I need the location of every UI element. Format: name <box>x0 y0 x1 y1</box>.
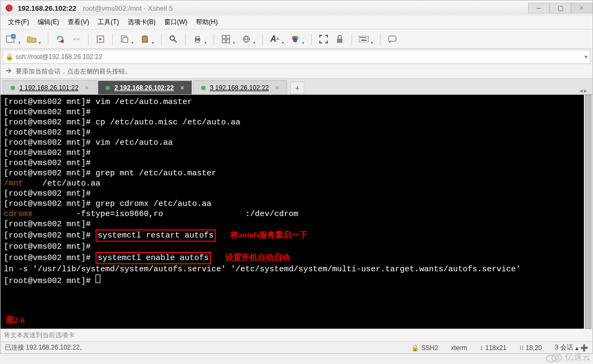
toolbar-separator <box>88 33 89 45</box>
svg-point-25 <box>293 38 297 42</box>
address-dropdown-icon[interactable]: ▾ <box>584 53 588 61</box>
svg-point-0 <box>6 5 12 11</box>
menu-tools[interactable]: 工具(T) <box>94 16 122 28</box>
help-icon[interactable] <box>386 33 399 46</box>
colors-icon[interactable]: ▼ <box>289 33 302 46</box>
menu-tabs[interactable]: 选项卡(B) <box>125 16 159 28</box>
tab-close-icon[interactable]: × <box>275 84 279 92</box>
prompt: [root@vms002 mnt]# <box>4 220 96 229</box>
annotation: 设置开机自动启动 <box>225 253 290 262</box>
input-bar[interactable]: 将文本发送到当前选项卡 <box>1 329 592 341</box>
status-cursor-text: 18,20 <box>526 344 542 352</box>
status-size-text: 118x21 <box>485 344 506 352</box>
svg-rect-19 <box>226 40 230 43</box>
toolbar-separator <box>48 33 48 45</box>
svg-rect-30 <box>363 37 364 38</box>
close-button[interactable]: ✕ <box>571 3 592 13</box>
title-ip: 192.168.26.102:22 <box>18 4 76 12</box>
status-size: ↕ 118x21 <box>480 344 506 352</box>
status-bar: 已连接 192.168.26.102:22。 🔒 SSH2 xterm ↕ 11… <box>1 341 592 353</box>
tab-3[interactable]: 3 192.168.26.102:22 × <box>193 80 287 94</box>
tab-1[interactable]: 1 192.168.26.101:22 × <box>3 80 97 94</box>
svg-rect-10 <box>143 35 147 37</box>
toolbar-separator <box>185 33 186 45</box>
terminal-scrollbar[interactable] <box>584 95 592 329</box>
prompt: [root@vms002 mnt]# <box>4 242 96 251</box>
new-session-icon[interactable]: +▼ <box>5 33 18 46</box>
minimize-button[interactable]: ─ <box>528 3 550 13</box>
terminal[interactable]: [root@vms002 mnt]# vim /etc/auto.master … <box>1 95 592 329</box>
svg-rect-33 <box>389 36 396 41</box>
status-protocol: 🔒 SSH2 <box>411 344 438 352</box>
svg-rect-16 <box>222 35 225 39</box>
search-icon[interactable] <box>167 33 180 46</box>
address-bar[interactable]: 🔒 ssh://root@192.168.26.102:22 ▾ <box>3 50 590 64</box>
menu-window[interactable]: 窗口(W) <box>161 16 191 28</box>
prompt: [root@vms002 mnt]# <box>4 118 96 127</box>
layout-icon[interactable]: ▼ <box>219 33 232 46</box>
prompt: [root@vms002 mnt]# <box>4 199 96 209</box>
watermark: 亿速云 <box>545 350 591 364</box>
menu-file[interactable]: 文件(F) <box>5 16 32 28</box>
fullscreen-icon[interactable] <box>317 33 330 46</box>
svg-point-35 <box>552 354 561 361</box>
menubar: 文件(F) 编辑(E) 查看(V) 工具(T) 选项卡(B) 窗口(W) 帮助(… <box>1 16 592 29</box>
status-dot-icon <box>11 86 15 90</box>
status-dot-icon <box>106 86 110 90</box>
lock-small-icon: 🔒 <box>5 53 13 61</box>
print-icon[interactable]: ▼ <box>191 33 204 46</box>
cursor <box>96 274 100 283</box>
hint-arrow-icon[interactable] <box>5 67 12 76</box>
window-buttons: ─ ▢ ✕ <box>528 3 592 13</box>
tab-close-icon[interactable]: × <box>85 84 89 92</box>
lock-icon[interactable] <box>333 33 346 46</box>
tab-prev-icon[interactable]: ◂ <box>580 87 583 94</box>
toolbar-separator <box>262 33 263 45</box>
toolbar-separator <box>311 33 312 45</box>
tab-2[interactable]: 2 192.168.26.102:22 × <box>98 80 192 94</box>
svg-point-36 <box>555 356 559 359</box>
input-placeholder: 将文本发送到当前选项卡 <box>4 331 75 340</box>
watermark-text: 亿速云 <box>565 352 591 363</box>
menu-view[interactable]: 查看(V) <box>64 16 92 28</box>
prompt: [root@vms002 mnt]# <box>4 254 96 263</box>
disconnect-icon[interactable] <box>70 33 83 46</box>
cmd: grep mnt /etc/auto.master <box>96 169 216 178</box>
title-subtitle: root@vms002:/mnt - Xshell 5 <box>83 4 528 12</box>
tab-close-icon[interactable]: × <box>180 84 184 92</box>
output: -fstype=iso9660,ro :/dev/cdrom <box>33 210 298 219</box>
reconnect-icon[interactable] <box>54 33 67 46</box>
keyboard-icon[interactable]: ▼ <box>357 33 370 46</box>
tab-label: 2 192.168.26.102:22 <box>114 84 174 92</box>
paste-icon[interactable]: ▼ <box>138 33 151 46</box>
cmd: cp /etc/auto.misc /etc/auto.aa <box>96 118 240 127</box>
scrollbar-thumb[interactable] <box>585 95 591 329</box>
menu-help[interactable]: 帮助(H) <box>193 16 221 28</box>
annotation: 将autofs服务重启一下 <box>230 231 308 239</box>
toolbar-separator <box>352 33 352 45</box>
globe-icon[interactable]: ▼ <box>240 33 253 46</box>
app-icon <box>5 4 13 12</box>
tab-next-icon[interactable]: ▸ <box>584 87 587 94</box>
svg-rect-26 <box>337 39 342 43</box>
font-icon[interactable]: AA▼ <box>268 33 281 46</box>
svg-rect-28 <box>360 37 361 38</box>
svg-point-11 <box>170 36 174 40</box>
status-connection: 已连接 192.168.26.102:22。 <box>5 343 86 352</box>
svg-rect-9 <box>142 36 148 42</box>
cloud-icon <box>545 351 563 363</box>
prompt: [root@vms002 mnt]# <box>4 159 96 168</box>
open-session-icon[interactable]: ▼ <box>25 33 38 46</box>
output-path: /mnt <box>4 179 23 188</box>
maximize-button[interactable]: ▢ <box>550 3 571 13</box>
prompt: [root@vms002 mnt]# <box>4 128 96 137</box>
highlighted-cmd: systemctl enable autofs <box>96 252 211 264</box>
svg-rect-14 <box>196 36 199 39</box>
prompt: [root@vms002 mnt]# <box>4 169 96 178</box>
menu-edit[interactable]: 编辑(E) <box>34 16 62 28</box>
properties-icon[interactable] <box>94 33 107 46</box>
toolbar-separator <box>112 33 113 45</box>
copy-icon[interactable]: ▼ <box>118 33 131 46</box>
svg-rect-31 <box>365 37 366 38</box>
add-tab-button[interactable]: + <box>290 81 304 94</box>
